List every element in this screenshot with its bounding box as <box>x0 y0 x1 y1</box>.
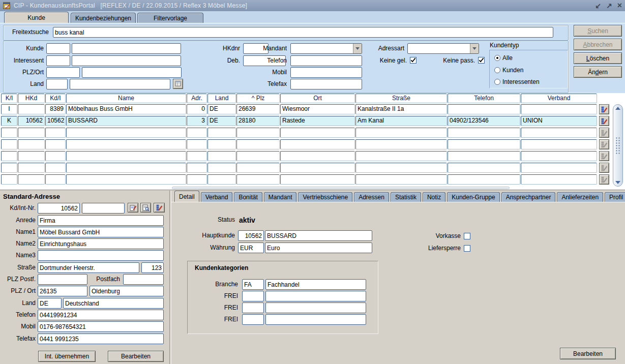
land-lov-button[interactable] <box>173 79 183 89</box>
liefersperre-checkbox[interactable] <box>464 245 470 252</box>
plz-input[interactable] <box>38 286 87 296</box>
dtab-ansprechpartner[interactable]: Ansprechpartner <box>501 192 556 202</box>
kdint-input-2[interactable] <box>82 203 125 214</box>
frei1-code-input[interactable] <box>242 291 264 301</box>
frei1-name-input[interactable] <box>265 291 366 301</box>
vorkasse-checkbox[interactable] <box>464 233 470 239</box>
tab-kunde[interactable]: Kunde <box>4 12 69 23</box>
column-header[interactable]: Name <box>66 94 186 103</box>
row-edit-button[interactable] <box>599 151 609 161</box>
close-icon[interactable]: × <box>617 0 622 11</box>
frei3-name-input[interactable] <box>265 314 366 325</box>
tab-filtervorlage[interactable]: Filtervorlage <box>137 13 203 23</box>
telefax-input[interactable] <box>290 79 362 89</box>
keine-gel-checkbox[interactable] <box>410 57 416 64</box>
row-edit-button[interactable] <box>599 116 609 126</box>
chevron-down-icon[interactable] <box>353 44 362 53</box>
row-edit-button[interactable] <box>599 139 609 149</box>
hauptkunde-name-input[interactable] <box>265 230 372 241</box>
row-edit-button[interactable] <box>599 104 609 114</box>
aendern-button[interactable]: Ändern <box>574 66 622 78</box>
land-name-input[interactable] <box>70 79 170 89</box>
land-code-input[interactable] <box>46 79 68 89</box>
address-edit-button[interactable] <box>128 203 138 213</box>
scroll-down-icon[interactable] <box>615 181 620 184</box>
table-row[interactable]: I 8389 Möbelhaus Buss GmbH 0 DE 26639 Wi… <box>1 104 609 114</box>
radio-kunden[interactable] <box>494 67 500 73</box>
dtab-notiz[interactable]: Notiz <box>423 192 445 202</box>
scrollbar-thumb[interactable] <box>615 137 620 154</box>
column-header[interactable]: K/I <box>1 94 17 103</box>
hausnummer-input[interactable] <box>141 262 164 273</box>
name1-input[interactable] <box>38 227 164 237</box>
maximize-icon[interactable]: ↗ <box>606 0 612 11</box>
telefon-input[interactable] <box>38 310 164 320</box>
dtab-detail[interactable]: Detail <box>174 191 199 202</box>
minimize-icon[interactable]: ↙ <box>595 0 601 11</box>
plz-input[interactable] <box>46 67 80 78</box>
name2-input[interactable] <box>38 238 164 249</box>
freitextsuche-input[interactable] <box>53 27 553 38</box>
dtab-verband[interactable]: Verband <box>201 192 233 202</box>
table-row-selected[interactable]: K 10562 10562 BUSSARD 3 DE 28180 Rastede… <box>1 116 609 126</box>
detail-bearbeiten-button[interactable]: Bearbeiten <box>560 348 616 359</box>
kunde-name-input[interactable] <box>72 43 181 54</box>
dtab-vertriebsschiene[interactable]: Vertriebsschiene <box>298 192 352 202</box>
hauptkunde-nr-input[interactable] <box>238 230 264 241</box>
column-header[interactable]: Ort <box>280 94 355 103</box>
dtab-kunden-gruppe[interactable]: Kunden-Gruppe <box>447 192 499 202</box>
interessent-nr-input[interactable] <box>46 55 70 66</box>
kdint-input[interactable] <box>38 203 80 214</box>
land-code-input[interactable] <box>38 298 62 309</box>
mobil-input[interactable] <box>290 67 362 78</box>
row-edit-button[interactable] <box>599 174 609 185</box>
dtab-statistik[interactable]: Statistik <box>391 192 421 202</box>
mandant-combobox[interactable] <box>290 43 362 54</box>
address-bearbeiten-button[interactable]: Bearbeiten <box>108 351 164 362</box>
dtab-adressen[interactable]: Adressen <box>354 192 389 202</box>
name3-input[interactable] <box>38 250 164 261</box>
adressart-combobox[interactable] <box>407 43 479 54</box>
frei2-code-input[interactable] <box>242 302 264 313</box>
branche-code-input[interactable] <box>242 279 264 290</box>
frei2-name-input[interactable] <box>265 302 366 313</box>
dtab-mandant[interactable]: Mandant <box>264 192 297 202</box>
column-header[interactable]: Adr. <box>187 94 207 103</box>
loeschen-button[interactable]: Löschen <box>574 52 622 64</box>
waehrung-code-input[interactable] <box>238 242 264 253</box>
ort-input[interactable] <box>90 286 164 296</box>
anrede-input[interactable] <box>38 215 164 226</box>
table-horizontal-scrollbar[interactable] <box>172 187 510 189</box>
postfach-input[interactable] <box>123 274 164 285</box>
kunde-nr-input[interactable] <box>46 43 70 54</box>
column-header[interactable]: Kd/I <box>45 94 66 103</box>
dtab-bonitaet[interactable]: Bonität <box>234 192 262 202</box>
column-header[interactable]: Land <box>207 94 236 103</box>
ort-input[interactable] <box>82 67 182 78</box>
table-row-empty[interactable] <box>1 151 609 161</box>
telefax-input[interactable] <box>38 333 164 344</box>
column-header[interactable]: Verband <box>521 94 597 103</box>
tab-kundenbeziehungen[interactable]: Kundenbeziehungen <box>71 13 136 23</box>
table-vertical-scrollbar[interactable] <box>613 104 623 187</box>
land-name-input[interactable] <box>63 298 164 309</box>
table-row-empty[interactable] <box>1 139 609 149</box>
row-edit-button[interactable] <box>599 163 609 173</box>
radio-alle[interactable] <box>494 55 500 61</box>
table-row-empty[interactable] <box>1 128 609 138</box>
address-list-edit-button[interactable] <box>154 203 165 213</box>
dtab-anlieferzeiten[interactable]: Anlieferzeiten <box>557 192 603 202</box>
column-header[interactable]: HKd <box>18 94 45 103</box>
frei3-code-input[interactable] <box>242 314 264 325</box>
keine-pass-checkbox[interactable] <box>478 57 485 64</box>
abbrechen-button[interactable]: Abbrechen <box>574 39 622 50</box>
strasse-input[interactable] <box>38 262 139 273</box>
column-header[interactable]: Telefon <box>448 94 520 103</box>
radio-interessenten[interactable] <box>494 79 500 85</box>
plzpostf-input[interactable] <box>38 274 87 285</box>
scroll-up-icon[interactable] <box>615 107 620 110</box>
interessent-name-input[interactable] <box>72 55 181 66</box>
address-preview-button[interactable] <box>140 203 151 213</box>
suchen-button[interactable]: Suchen <box>574 25 622 37</box>
waehrung-name-input[interactable] <box>265 242 372 253</box>
